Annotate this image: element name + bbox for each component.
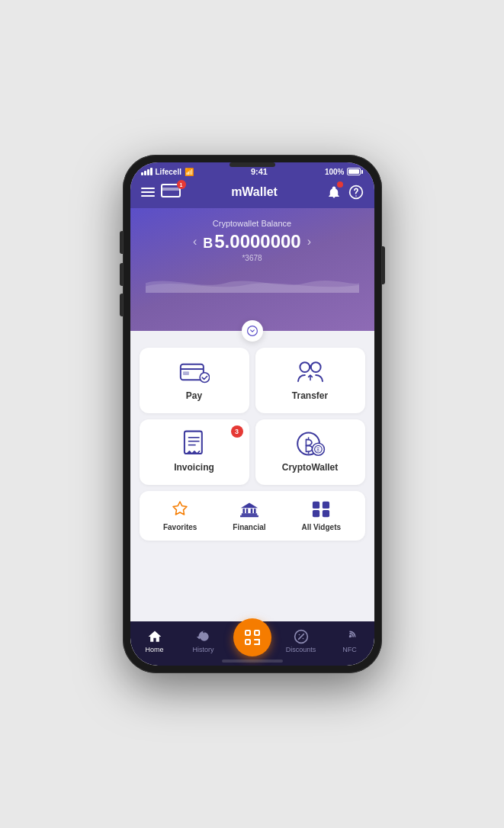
transfer-icon [295, 360, 326, 384]
discount-icon [294, 629, 309, 644]
svg-rect-20 [240, 515, 258, 518]
transfer-label: Transfer [292, 390, 328, 401]
svg-point-37 [348, 636, 351, 638]
svg-rect-27 [323, 502, 329, 509]
svg-rect-28 [313, 510, 319, 517]
svg-rect-26 [313, 502, 319, 509]
history-icon [196, 629, 211, 644]
expand-balance-button[interactable] [242, 320, 263, 342]
svg-point-1 [355, 195, 357, 197]
svg-rect-5 [183, 371, 189, 375]
cryptowallet-label: CryptoWallet [282, 462, 339, 473]
svg-rect-25 [254, 509, 256, 513]
status-right: 100% [325, 168, 364, 176]
card-badge: 1 [177, 180, 186, 189]
signal-icon [141, 168, 152, 175]
svg-point-7 [300, 362, 310, 372]
notification-badge [337, 181, 343, 188]
svg-rect-19 [242, 513, 258, 515]
help-button[interactable] [348, 185, 364, 200]
svg-text:Ξ: Ξ [316, 447, 319, 452]
nav-discounts[interactable]: Discounts [282, 629, 320, 653]
wave-decoration [146, 270, 359, 293]
nav-nfc[interactable]: NFC [331, 629, 369, 653]
balance-amount: B5.0000000 [203, 231, 300, 252]
svg-rect-22 [242, 509, 245, 513]
pay-button[interactable]: Pay [140, 348, 249, 413]
nav-nfc-label: NFC [342, 646, 357, 653]
main-content: Pay Transfer [130, 331, 374, 621]
svg-rect-9 [184, 432, 201, 454]
favorites-label: Favorites [163, 523, 197, 531]
card-button[interactable]: 1 [161, 184, 182, 201]
transfer-button[interactable]: Transfer [255, 348, 365, 413]
notification-button[interactable] [327, 185, 341, 200]
home-icon [147, 629, 162, 644]
phone-screen: Lifecell 📶 9:41 100% 1 [130, 162, 374, 666]
scan-button[interactable] [233, 618, 271, 656]
invoicing-badge: 3 [231, 425, 243, 438]
battery-label: 100% [325, 168, 345, 176]
all-vidgets-widget[interactable]: All Vidgets [302, 500, 342, 531]
star-icon [170, 500, 190, 518]
invoicing-label: Invoicing [174, 462, 214, 473]
carrier-label: Lifecell [156, 168, 181, 176]
grid-icon [311, 500, 331, 518]
nav-history-label: History [192, 646, 213, 653]
svg-point-6 [200, 373, 210, 383]
balance-label: Cryptowallet Balance [146, 219, 359, 228]
svg-point-8 [310, 362, 320, 372]
help-icon [348, 185, 364, 200]
phone-frame: Lifecell 📶 9:41 100% 1 [123, 155, 382, 673]
nfc-icon [342, 629, 358, 644]
home-indicator [222, 660, 283, 663]
battery-icon [347, 168, 363, 175]
phone-notch [230, 162, 275, 167]
svg-rect-31 [255, 631, 259, 635]
nav-history[interactable]: History [185, 629, 223, 653]
header-left: 1 [141, 184, 182, 201]
balance-section: Cryptowallet Balance ‹ B5.0000000 › *367… [130, 208, 374, 331]
svg-rect-23 [246, 509, 249, 513]
balance-next-button[interactable]: › [307, 235, 311, 249]
bank-icon [239, 500, 259, 518]
svg-rect-30 [246, 631, 250, 635]
cryptowallet-button[interactable]: Ξ CryptoWallet [255, 419, 365, 485]
balance-prev-button[interactable]: ‹ [193, 235, 197, 249]
wave-svg [146, 273, 359, 293]
currency-symbol: B [203, 236, 213, 251]
menu-button[interactable] [141, 188, 155, 197]
action-grid: Pay Transfer [140, 348, 365, 485]
status-left: Lifecell 📶 [141, 168, 194, 176]
nav-discounts-label: Discounts [286, 646, 316, 653]
header-right [327, 185, 364, 200]
account-mask: *3678 [146, 254, 359, 262]
widget-row: Favorites Financial [140, 491, 365, 541]
svg-rect-32 [246, 640, 250, 644]
nav-home[interactable]: Home [136, 629, 174, 653]
wifi-icon: 📶 [185, 168, 194, 176]
favorites-widget[interactable]: Favorites [163, 500, 197, 531]
svg-point-2 [247, 326, 257, 336]
cryptowallet-icon: Ξ [295, 432, 326, 456]
scan-icon [243, 628, 262, 647]
pay-label: Pay [186, 390, 202, 401]
balance-row: ‹ B5.0000000 › [146, 231, 359, 252]
pay-icon [179, 360, 210, 384]
nav-home-label: Home [145, 646, 163, 653]
svg-marker-21 [241, 502, 258, 508]
financial-widget[interactable]: Financial [233, 500, 265, 531]
app-title: mWallet [231, 185, 278, 199]
invoicing-icon [179, 432, 210, 456]
financial-label: Financial [233, 523, 265, 531]
chevron-down-icon [247, 326, 258, 336]
svg-rect-29 [323, 510, 329, 517]
svg-rect-24 [251, 509, 253, 513]
invoicing-button[interactable]: 3 Invoicing [140, 419, 249, 485]
app-header: 1 mWallet [130, 179, 374, 208]
all-vidgets-label: All Vidgets [302, 523, 342, 531]
time-display: 9:41 [251, 167, 268, 176]
